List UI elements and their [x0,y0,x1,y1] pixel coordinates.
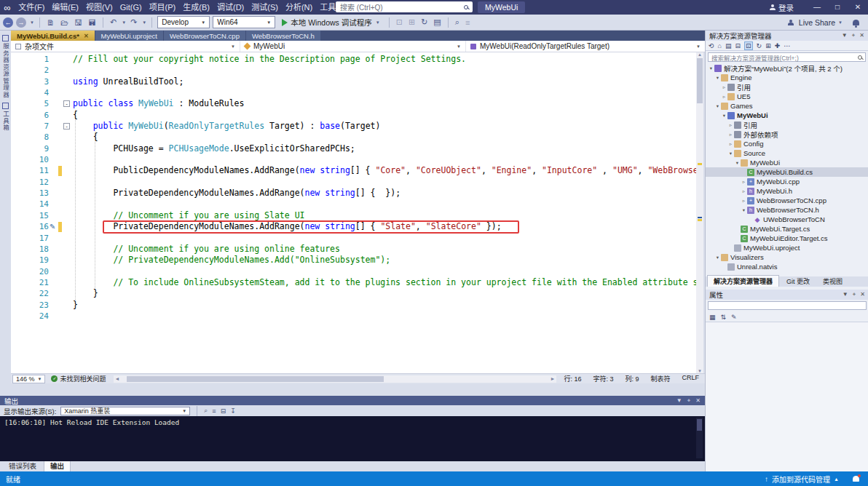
solution-explorer-header[interactable]: 解决方案资源管理器 ▼ ⌖ ✕ [706,31,868,41]
chevron-down-icon[interactable]: ▼ [843,291,848,298]
menu-item-0[interactable]: 文件(F) [15,0,48,15]
explorer-tab-0[interactable]: 解决方案资源管理器 [707,275,779,287]
menu-item-2[interactable]: 视图(V) [82,0,117,15]
side-tool-tab-0[interactable]: 服务器资源管理器 [0,35,11,98]
tree-item-MyWebUi.h[interactable]: ▹hMyWebUi.h [706,186,868,196]
solution-search-input[interactable]: 搜索解决方案资源管理器(Ctrl+;) [708,52,866,62]
notifications-bell-icon[interactable] [853,20,859,25]
minimize-button[interactable]: — [807,0,827,15]
editor-horizontal-scrollbar[interactable]: ◄ ► [114,375,557,383]
tree-item-MyWebUi[interactable]: ▾MyWebUi [706,111,868,120]
save-all-icon[interactable]: 🖬 [87,18,98,27]
code-line-24[interactable]: 24 [11,311,696,322]
code-line-8[interactable]: 8{ [11,132,696,143]
code-line-1[interactable]: 1// Fill out your copyright notice in th… [11,54,696,65]
tree-item-[interactable]: ▹引用 [706,82,868,92]
notification-bell-icon[interactable] [853,476,859,482]
code-line-20[interactable]: 20 [11,266,696,277]
refresh-icon[interactable]: ↻ [757,42,762,49]
tree-item-Source[interactable]: ▾Source [706,148,868,158]
scroll-up-icon[interactable]: ▲ [696,52,703,57]
line-ending[interactable]: CRLF [682,374,699,383]
close-icon[interactable]: ✕ [859,32,864,39]
code-line-12[interactable]: 12 [11,177,696,188]
misc-tool-icon[interactable]: ≡ [464,18,471,27]
find-message-icon[interactable]: ⌕ [204,407,208,415]
undo-icon[interactable]: ↶ [108,17,118,27]
tree-item-Visualizers[interactable]: ▾Visualizers [706,252,868,262]
properties-object-dropdown[interactable] [708,301,867,310]
new-file-icon[interactable]: 🗎 [45,18,56,27]
sign-in-button[interactable]: 登录 [770,2,794,13]
close-button[interactable]: ✕ [848,0,868,15]
add-to-source-control-button[interactable]: 添加到源代码管理 [772,474,830,485]
menu-item-8[interactable]: 分析(N) [282,0,316,15]
menu-item-1[interactable]: 编辑(E) [48,0,82,15]
tree-item-[interactable]: ▹引用 [706,120,868,130]
menu-item-5[interactable]: 生成(B) [179,0,213,15]
menu-item-6[interactable]: 调试(D) [213,0,248,15]
code-line-22[interactable]: 22} [11,288,696,299]
tree-item-Games[interactable]: ▾Games [706,101,868,111]
fold-toggle[interactable]: - [63,123,70,130]
chevron-up-icon[interactable]: ▲ [834,477,839,482]
expand-arrow-icon[interactable]: ▹ [721,94,727,100]
word-wrap-icon[interactable]: ≡ [212,407,216,415]
side-tool-tab-1[interactable]: 工具箱 [0,103,11,132]
tree-item-Unreal.natvis[interactable]: Unreal.natvis [706,262,868,271]
code-line-3[interactable]: 3using UnrealBuildTool; [11,76,696,87]
collapse-arrow-icon[interactable]: ▾ [708,65,714,71]
collapse-arrow-icon[interactable]: ▾ [714,255,721,260]
code-line-4[interactable]: 4 [11,87,696,98]
tree-item-WebBrowserToCN.h[interactable]: ▾hWebBrowserToCN.h [706,205,868,215]
menu-item-7[interactable]: 测试(S) [248,0,282,15]
toggle-scroll-icon[interactable]: ↧ [230,407,236,415]
nav-project-dropdown[interactable]: 杂项文件 ▼ [11,41,240,52]
scrollbar-thumb[interactable] [127,376,384,382]
menu-item-4[interactable]: 项目(P) [146,0,180,15]
code-line-5[interactable]: 5-public class MyWebUi : ModuleRules [11,98,696,109]
nav-type-dropdown[interactable]: MyWebUi ▼ [240,41,466,52]
tree-item-MyWebUi.Build.cs[interactable]: CMyWebUi.Build.cs [706,167,868,177]
find-in-files-icon[interactable]: ⌕ [454,17,461,27]
tree-item-UE5[interactable]: ▹UE5 [706,92,868,101]
scrollbar-thumb[interactable] [697,58,703,103]
solution-config-dropdown[interactable]: Develop▼ [157,16,210,28]
property-pages-icon[interactable]: ✎ [731,314,737,321]
collapse-arrow-icon[interactable]: ▾ [734,160,741,166]
chevron-down-icon[interactable]: ▼ [842,32,848,39]
expand-arrow-icon[interactable]: ▹ [727,132,734,138]
collapse-arrow-icon[interactable]: ▾ [714,103,721,109]
output-log-area[interactable]: [16:06:10] Hot Reload IDE Extension Load… [0,416,705,461]
tree-item-Config[interactable]: ▹Config [706,139,868,148]
quick-search-input[interactable]: 搜索 (Ctrl+Q) [336,1,473,12]
output-scrollbar[interactable] [696,418,703,458]
zoom-dropdown[interactable]: 146 % ▼ [12,375,45,383]
pin-icon[interactable]: ⌖ [852,32,856,39]
close-icon[interactable]: ✕ [860,291,865,298]
scroll-right-icon[interactable]: ► [550,375,555,383]
categorized-icon[interactable]: ▦ [709,314,716,321]
doc-tab-MyWebUi.uproject[interactable]: MyWebUi.uproject [95,31,163,41]
code-line-23[interactable]: 23} [11,300,696,311]
tree-item-MyWebUiEditor.Target.cs[interactable]: CMyWebUiEditor.Target.cs [706,234,868,243]
explorer-tab-2[interactable]: 类视图 [817,276,848,287]
collapse-arrow-icon[interactable]: ▾ [714,75,721,81]
code-line-19[interactable]: 19// PrivateDependencyModuleNames.Add("O… [11,255,696,266]
pin-icon[interactable]: ⌖ [853,291,856,298]
code-line-17[interactable]: 17 [11,233,696,244]
navigate-dropdown-icon[interactable]: ▼ [30,20,34,25]
editor-vertical-scrollbar[interactable]: ▲ ▼ [696,52,703,373]
redo-icon[interactable]: ↷ [129,17,138,27]
undo-dropdown-icon[interactable]: ▼ [122,20,126,25]
pin-icon[interactable]: ⌖ [687,397,691,405]
panel-tab-0[interactable]: 错误列表 [3,460,42,471]
tree-item-MyWebUi22[interactable]: ▾解决方案“MyWebUi”(2 个项目, 共 2 个) [706,63,868,73]
expand-arrow-icon[interactable]: ▹ [741,198,747,204]
home-icon[interactable]: ⌂ [718,42,722,49]
expand-arrow-icon[interactable]: ▹ [741,188,747,194]
tree-item-[interactable]: ▹外部依赖项 [706,130,868,139]
code-line-10[interactable]: 10 [11,154,696,165]
tree-item-UWebBrowserToCN[interactable]: ◆UWebBrowserToCN [706,215,868,224]
more-options-icon[interactable]: ⋯ [784,42,790,49]
